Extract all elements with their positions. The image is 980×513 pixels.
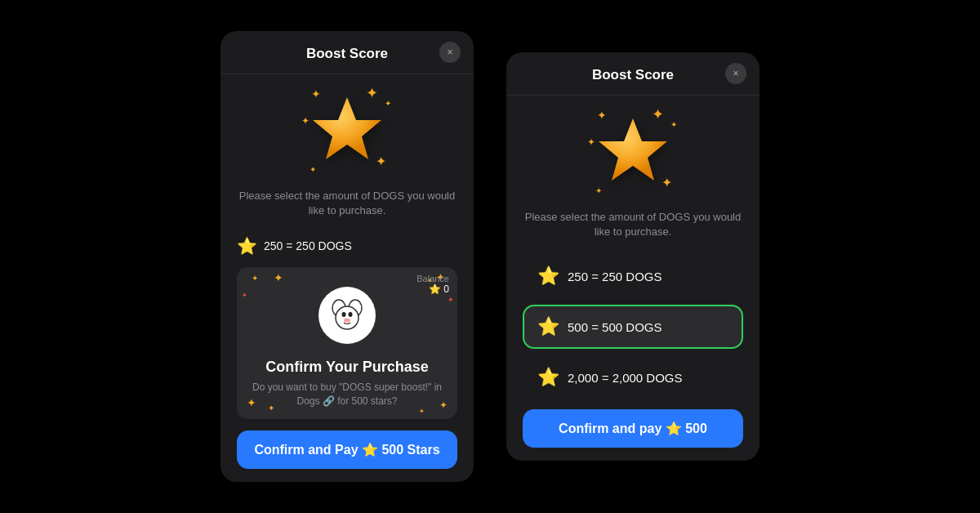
left-opt-star: ⭐	[237, 236, 257, 256]
opt-text-500: 500 = 500 DOGS	[568, 320, 662, 334]
left-modal-body: ✦ ✦ ✦ ✦ ✦ ✦ Please select the amount of …	[220, 74, 474, 483]
svg-marker-8	[599, 118, 667, 181]
sparkle-2: ✦	[366, 84, 378, 102]
r-sparkle-2: ✦	[652, 105, 664, 123]
right-modal-header: Boost Score ×	[506, 52, 760, 96]
purchase-title: Confirm Your Purchase	[265, 359, 428, 376]
right-modal-title: Boost Score	[592, 67, 674, 83]
right-confirm-pay-button[interactable]: Confirm and pay ⭐ 500	[523, 409, 743, 448]
svg-point-4	[336, 306, 359, 329]
r-sparkle-5: ✦	[595, 186, 602, 195]
sparkle-1: ✦	[311, 87, 321, 100]
dog-svg	[327, 295, 368, 336]
fs10: ✦	[448, 296, 454, 304]
purchase-section: ✦ ✦ ✦ ✦ ✦ ✦ ✦ ✦ ✦ ✦ Balance ⭐ 0	[237, 267, 457, 420]
right-modal: Boost Score × ✦ ✦ ✦ ✦ ✦ ✦ Please	[506, 52, 760, 461]
svg-point-7	[344, 318, 350, 322]
opt-text-2000: 2,000 = 2,000 DOGS	[568, 371, 683, 385]
left-modal-header: Boost Score ×	[220, 31, 474, 74]
svg-point-5	[342, 312, 346, 317]
fs7: ✦	[419, 408, 425, 415]
sparkle-5: ✦	[310, 165, 316, 174]
left-option-row[interactable]: ⭐ 250 = 250 DOGS	[237, 233, 457, 259]
right-option-2000[interactable]: ⭐ 2,000 = 2,000 DOGS	[523, 355, 743, 399]
fs9: ✦	[242, 292, 247, 299]
opt-star-250: ⭐	[537, 265, 559, 287]
star-sparkle-right: ✦ ✦ ✦ ✦ ✦ ✦	[592, 112, 674, 197]
opt-star-2000: ⭐	[537, 367, 559, 388]
r-sparkle-6: ✦	[587, 136, 595, 148]
left-confirm-pay-button[interactable]: Confirm and Pay ⭐ 500 Stars	[237, 430, 457, 469]
star-sparkle-left: ✦ ✦ ✦ ✦ ✦ ✦	[306, 91, 388, 176]
left-opt-text: 250 = 250 DOGS	[264, 239, 352, 252]
right-close-button[interactable]: ×	[725, 63, 746, 84]
left-select-text: Please select the amount of DOGS you wou…	[237, 189, 457, 218]
r-sparkle-1: ✦	[597, 109, 607, 122]
purchase-desc: Do you want to buy "DOGS super boost!" i…	[248, 381, 446, 408]
right-option-250[interactable]: ⭐ 250 = 250 DOGS	[523, 254, 743, 298]
sparkle-4: ✦	[376, 154, 386, 169]
right-select-text: Please select the amount of DOGS you wou…	[523, 210, 743, 239]
sparkle-3: ✦	[385, 99, 391, 108]
left-modal: Boost Score × ✦ ✦ ✦ ✦ ✦ ✦ Please	[220, 31, 474, 483]
opt-text-250: 250 = 250 DOGS	[568, 270, 662, 283]
left-close-button[interactable]: ×	[439, 42, 461, 63]
r-sparkle-4: ✦	[662, 175, 672, 190]
r-sparkle-3: ✦	[670, 120, 677, 129]
right-modal-body: ✦ ✦ ✦ ✦ ✦ ✦ Please select the amount of …	[506, 96, 760, 461]
left-modal-title: Boost Score	[306, 46, 388, 62]
svg-point-6	[349, 312, 353, 317]
svg-marker-0	[313, 97, 381, 159]
right-option-500[interactable]: ⭐ 500 = 500 DOGS	[523, 305, 743, 349]
sparkle-6: ✦	[301, 115, 310, 127]
dogs-bg	[248, 279, 446, 352]
dogs-avatar	[318, 287, 376, 344]
opt-star-500: ⭐	[537, 316, 559, 337]
